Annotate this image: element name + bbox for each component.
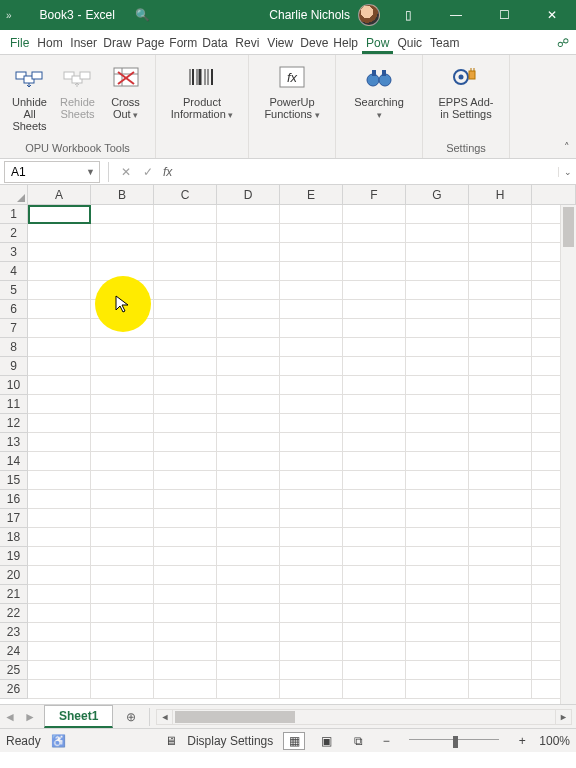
cell[interactable] [469,547,532,566]
cell[interactable] [154,395,217,414]
cell[interactable] [217,490,280,509]
cell[interactable] [343,205,406,224]
row-header-25[interactable]: 25 [0,661,28,680]
col-header-E[interactable]: E [280,185,343,204]
cell[interactable] [406,642,469,661]
cell[interactable] [469,680,532,699]
cell[interactable] [280,395,343,414]
scroll-left-icon[interactable]: ◄ [157,710,173,724]
row-header-14[interactable]: 14 [0,452,28,471]
cell[interactable] [28,376,91,395]
cell[interactable] [28,433,91,452]
cell[interactable] [469,490,532,509]
accessibility-icon[interactable]: ♿ [51,734,66,748]
cell[interactable] [28,490,91,509]
cell[interactable] [406,623,469,642]
tab-revi[interactable]: Revi [231,32,263,54]
tab-form[interactable]: Form [165,32,198,54]
product-information-button[interactable]: Product Information [160,59,244,123]
cell[interactable] [280,376,343,395]
row-header-24[interactable]: 24 [0,642,28,661]
cell[interactable] [154,262,217,281]
grid-body[interactable]: 1234567891011121314151617181920212223242… [0,205,576,704]
avatar[interactable] [358,4,380,26]
cell[interactable] [280,471,343,490]
share-button[interactable]: ☍ [550,32,576,54]
cell[interactable] [91,604,154,623]
collapse-ribbon-icon[interactable]: ˄ [564,141,570,154]
cell[interactable] [469,528,532,547]
cell[interactable] [28,357,91,376]
cell[interactable] [280,661,343,680]
cell[interactable] [469,471,532,490]
tab-file[interactable]: File [6,32,33,54]
vertical-scrollbar[interactable] [560,205,576,704]
cell[interactable] [91,357,154,376]
cell[interactable] [280,680,343,699]
cell[interactable] [217,357,280,376]
cell[interactable] [343,471,406,490]
searching-button[interactable]: Searching [340,59,418,122]
cell[interactable] [28,205,91,224]
cell[interactable] [469,224,532,243]
row-header-7[interactable]: 7 [0,319,28,338]
cell[interactable] [406,357,469,376]
cell[interactable] [28,528,91,547]
cell[interactable] [91,680,154,699]
cell[interactable] [217,680,280,699]
cell[interactable] [91,300,154,319]
cell[interactable] [406,604,469,623]
cell[interactable] [343,661,406,680]
cell[interactable] [343,642,406,661]
zoom-level[interactable]: 100% [539,734,570,748]
cell[interactable] [217,338,280,357]
row-header-17[interactable]: 17 [0,509,28,528]
cell[interactable] [406,262,469,281]
cell[interactable] [217,547,280,566]
cell[interactable] [154,433,217,452]
user-name[interactable]: Charlie Nichols [269,8,350,22]
scroll-thumb[interactable] [175,711,295,723]
scroll-thumb[interactable] [563,207,574,247]
cell[interactable] [343,395,406,414]
cell[interactable] [280,357,343,376]
cell[interactable] [28,243,91,262]
col-header-F[interactable]: F [343,185,406,204]
row-header-16[interactable]: 16 [0,490,28,509]
cell[interactable] [154,224,217,243]
col-header-A[interactable]: A [28,185,91,204]
row-header-15[interactable]: 15 [0,471,28,490]
cell[interactable] [154,319,217,338]
cell[interactable] [217,433,280,452]
row-header-18[interactable]: 18 [0,528,28,547]
cell[interactable] [406,661,469,680]
cell[interactable] [28,414,91,433]
cell[interactable] [91,509,154,528]
row-header-1[interactable]: 1 [0,205,28,224]
cell[interactable] [469,642,532,661]
cell[interactable] [217,604,280,623]
cell[interactable] [469,300,532,319]
cell[interactable] [280,490,343,509]
cell[interactable] [343,604,406,623]
cell[interactable] [154,490,217,509]
cell[interactable] [406,281,469,300]
cell[interactable] [28,604,91,623]
cell[interactable] [154,642,217,661]
cell[interactable] [469,243,532,262]
tab-data[interactable]: Data [198,32,231,54]
col-header-D[interactable]: D [217,185,280,204]
cell[interactable] [280,566,343,585]
cell[interactable] [28,566,91,585]
cell[interactable] [280,604,343,623]
zoom-out-button[interactable]: − [379,734,393,748]
formula-input[interactable] [176,161,558,183]
cell[interactable] [406,205,469,224]
cell[interactable] [28,281,91,300]
close-button[interactable]: ✕ [532,0,572,30]
horizontal-scrollbar[interactable]: ◄ ► [156,709,572,725]
cell[interactable] [91,376,154,395]
cell[interactable] [91,471,154,490]
cell[interactable] [469,509,532,528]
cell[interactable] [343,452,406,471]
